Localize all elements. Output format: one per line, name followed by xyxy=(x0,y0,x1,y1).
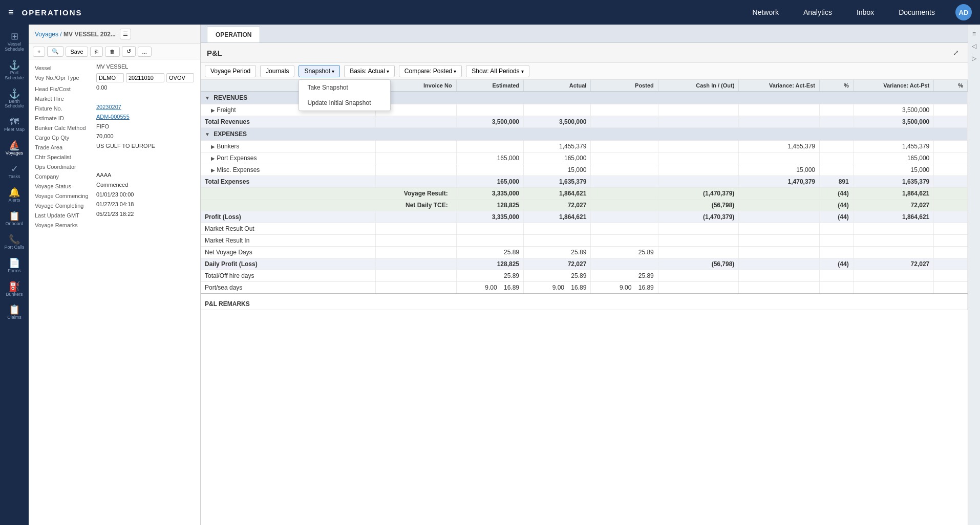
head-fix-value: 0.00 xyxy=(96,84,107,91)
sidebar-item-berth-schedule[interactable]: ⚓ Berth Schedule xyxy=(1,86,28,113)
field-chtr-specialist: Chtr Specialist xyxy=(35,152,194,160)
net-daily-tce-actual: 72,027 xyxy=(524,200,591,211)
revenues-collapse-icon[interactable]: ▼ xyxy=(205,95,210,101)
snapshot-take-item[interactable]: Take Snapshot xyxy=(299,80,390,95)
journals-button[interactable]: Journals xyxy=(260,65,294,77)
panel-menu-icon[interactable]: ☰ xyxy=(120,29,131,39)
sidebar-item-onboard[interactable]: 📋 Onboard xyxy=(1,208,28,230)
nav-network[interactable]: Network xyxy=(740,0,791,25)
snapshot-container: Snapshot ▾ Take Snapshot Update Initial … xyxy=(299,65,340,77)
add-button[interactable]: + xyxy=(33,47,45,57)
sidebar-item-tasks[interactable]: ✓ Tasks xyxy=(1,161,28,183)
daily-pl-actual: 72,027 xyxy=(524,258,591,270)
net-daily-tce-pct1: (44) xyxy=(819,200,853,211)
port-days-act1: 9.00 xyxy=(552,284,564,291)
voy-no-input[interactable] xyxy=(96,73,124,82)
compare-button[interactable]: Compare: Posted ▾ xyxy=(399,65,462,77)
field-estimate-id: Estimate ID ADM-000555 xyxy=(35,114,194,121)
bunkers-actual: 1,455,379 xyxy=(524,141,591,152)
col-pct2: % xyxy=(934,80,968,92)
tab-operation[interactable]: OPERATION xyxy=(207,27,260,42)
sidebar-item-bunkers[interactable]: ⛽ Bunkers xyxy=(1,279,28,300)
sidebar-item-port-calls[interactable]: 📞 Port Calls xyxy=(1,232,28,253)
total-offhire-posted: 25.89 xyxy=(591,270,658,282)
voy-type-input[interactable] xyxy=(166,73,194,82)
sidebar-item-port-schedule[interactable]: ⚓ Port Schedule xyxy=(1,57,28,84)
field-voyage-completing: Voyage Completing 01/27/23 04:18 xyxy=(35,201,194,209)
pnl-header: P&L ⤢ xyxy=(201,43,968,63)
left-panel-header: Voyages / MV VESSEL 202... ☰ xyxy=(29,25,200,44)
misc-exp-var-act-est: 15,000 xyxy=(739,164,820,176)
nav-documents[interactable]: Documents xyxy=(886,0,947,25)
more-button[interactable]: ... xyxy=(138,47,152,57)
right-sidebar-icon-3[interactable]: ▷ xyxy=(969,53,979,63)
field-bunker-calc: Bunker Calc Method FIFO xyxy=(35,123,194,131)
port-calls-icon: 📞 xyxy=(9,235,20,244)
field-head-fix: Head Fix/Cost 0.00 xyxy=(35,84,194,92)
market-result-in-row: Market Result In xyxy=(201,235,968,247)
search-button[interactable]: 🔍 xyxy=(47,46,63,57)
port-days-est2: 16.89 xyxy=(504,284,519,291)
basis-button[interactable]: Basis: Actual ▾ xyxy=(344,65,395,77)
market-result-out-row: Market Result Out xyxy=(201,223,968,235)
sidebar-item-vessel-schedule[interactable]: ⊞ Vessel Schedule xyxy=(1,29,28,55)
pnl-table: Invoice No Estimated Actual Posted Cash … xyxy=(201,80,968,310)
vessel-title: MV VESSEL 202... xyxy=(63,31,116,38)
fleet-map-icon: 🗺 xyxy=(10,117,19,126)
voyages-breadcrumb-link[interactable]: Voyages / xyxy=(35,31,62,38)
field-ops-coordinator: Ops Coordinator xyxy=(35,162,194,170)
net-daily-tce-label: Net Daily TCE: xyxy=(201,200,456,211)
sidebar-icons: ⊞ Vessel Schedule ⚓ Port Schedule ⚓ Bert… xyxy=(0,25,29,525)
save-button[interactable]: Save xyxy=(66,47,88,57)
daily-profit-loss-row: Daily Profit (Loss) 128,825 72,027 (56,7… xyxy=(201,258,968,270)
company-value: AAAA xyxy=(96,172,111,178)
right-sidebar-icon-1[interactable]: ≡ xyxy=(969,29,979,39)
pnl-expand-icon[interactable]: ⤢ xyxy=(950,47,962,58)
sidebar-item-claims[interactable]: 📋 Claims xyxy=(1,302,28,323)
col-pct1: % xyxy=(819,80,853,92)
show-button[interactable]: Show: All Periods ▾ xyxy=(466,65,529,77)
sidebar-item-forms[interactable]: 📄 Forms xyxy=(1,255,28,277)
copy-button[interactable]: ⎘ xyxy=(90,47,103,57)
bunkers-expand-icon[interactable]: ▶ xyxy=(211,144,215,149)
port-expenses-label: Port Expenses xyxy=(217,155,257,162)
breadcrumb: Voyages / MV VESSEL 202... xyxy=(35,31,116,38)
voyage-completing-value: 01/27/23 04:18 xyxy=(96,201,134,207)
total-offhire-label: Total/Off hire days xyxy=(201,270,376,282)
bunkers-row: ▶ Bunkers 1,455,379 1,455,379 1,455,379 xyxy=(201,141,968,152)
snapshot-update-item[interactable]: Update Initial Snapshot xyxy=(299,95,390,111)
user-avatar[interactable]: AD xyxy=(955,4,972,20)
port-exp-expand-icon[interactable]: ▶ xyxy=(211,156,215,161)
expenses-collapse-icon[interactable]: ▼ xyxy=(205,132,210,137)
voy-date-input[interactable] xyxy=(126,73,164,82)
bunkers-icon: ⛽ xyxy=(9,282,20,291)
misc-exp-expand-icon[interactable]: ▶ xyxy=(211,167,215,173)
refresh-button[interactable]: ↺ xyxy=(122,46,136,57)
cargo-qty-value: 70,000 xyxy=(96,133,114,139)
estimate-id-value[interactable]: ADM-000555 xyxy=(96,114,130,120)
port-days-pst2: 16.89 xyxy=(638,284,654,291)
left-panel-toolbar: + 🔍 Save ⎘ 🗑 ↺ ... xyxy=(29,44,200,59)
right-sidebar: ≡ ◁ ▷ xyxy=(968,25,980,525)
nav-analytics[interactable]: Analytics xyxy=(791,0,844,25)
voyage-result-actual: 1,864,621 xyxy=(524,188,591,200)
snapshot-dropdown: Take Snapshot Update Initial Snapshot xyxy=(299,79,391,111)
voyage-period-button[interactable]: Voyage Period xyxy=(205,65,256,77)
fixture-no-value[interactable]: 20230207 xyxy=(96,104,121,110)
bunkers-label: Bunkers xyxy=(217,143,239,150)
freight-expand-icon[interactable]: ▶ xyxy=(211,107,215,113)
sidebar-item-voyages[interactable]: ⛵ Voyages xyxy=(1,138,28,159)
daily-profit-loss-label: Daily Profit (Loss) xyxy=(201,258,376,270)
left-panel: Voyages / MV VESSEL 202... ☰ + 🔍 Save ⎘ … xyxy=(29,25,201,525)
freight-actual xyxy=(524,104,591,116)
snapshot-button[interactable]: Snapshot ▾ xyxy=(299,65,340,77)
nav-inbox[interactable]: Inbox xyxy=(844,0,886,25)
main-content: OPERATION P&L ⤢ Voyage Period Journals S… xyxy=(201,25,968,525)
hamburger-icon[interactable]: ≡ xyxy=(8,7,14,18)
sidebar-item-fleet-map[interactable]: 🗺 Fleet Map xyxy=(1,114,28,136)
vessel-schedule-icon: ⊞ xyxy=(11,32,18,41)
sidebar-item-alerts[interactable]: 🔔 Alerts xyxy=(1,185,28,206)
bunker-calc-value: FIFO xyxy=(96,123,109,129)
delete-button[interactable]: 🗑 xyxy=(105,47,120,57)
right-sidebar-icon-2[interactable]: ◁ xyxy=(969,41,979,51)
